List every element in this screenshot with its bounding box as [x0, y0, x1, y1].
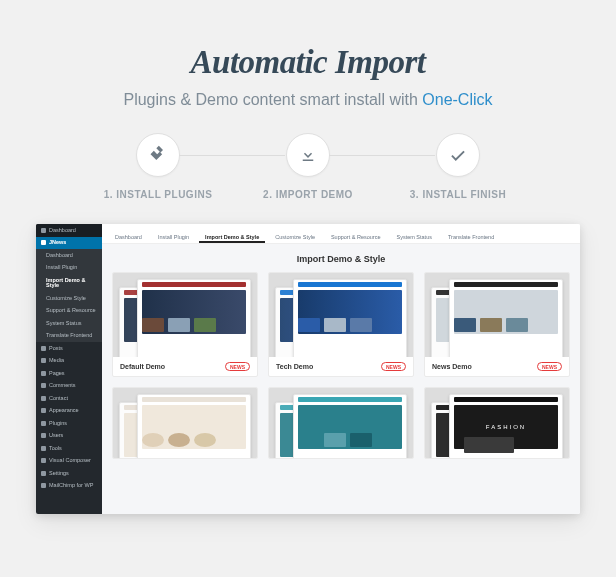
- demo-label: Tech Demo: [276, 363, 313, 370]
- plug-icon: [136, 133, 180, 177]
- wp-menu-item[interactable]: Comments: [36, 380, 102, 393]
- demo-card-food[interactable]: [112, 387, 258, 459]
- page-subtitle: Plugins & Demo content smart install wit…: [0, 91, 616, 109]
- admin-tab[interactable]: System Status: [390, 231, 437, 243]
- wp-sidebar: Dashboard JNews DashboardInstall PluginI…: [36, 224, 102, 514]
- demo-card-tech[interactable]: Tech DemoNEWS: [268, 272, 414, 377]
- step-label: 3. INSTALL FINISH: [410, 189, 506, 200]
- step-label: 1. INSTALL PLUGINS: [104, 189, 213, 200]
- download-icon: [286, 133, 330, 177]
- wp-sub-item[interactable]: Customize Style: [36, 292, 102, 305]
- admin-tabs: DashboardInstall PluginImport Demo & Sty…: [102, 224, 580, 244]
- wp-sub-item[interactable]: System Status: [36, 317, 102, 330]
- wp-menu-item[interactable]: Media: [36, 355, 102, 368]
- page-title: Automatic Import: [0, 44, 616, 81]
- wp-dashboard[interactable]: Dashboard: [36, 224, 102, 237]
- step-install-plugins: 1. INSTALL PLUGINS: [83, 133, 233, 200]
- install-steps: 1. INSTALL PLUGINS 2. IMPORT DEMO 3. INS…: [0, 133, 616, 200]
- admin-tab[interactable]: Install Plugin: [152, 231, 195, 243]
- admin-tab[interactable]: Support & Resource: [325, 231, 387, 243]
- check-icon: [436, 133, 480, 177]
- wp-menu-item[interactable]: MailChimp for WP: [36, 480, 102, 493]
- demo-label: News Demo: [432, 363, 472, 370]
- admin-panel-screenshot: Dashboard JNews DashboardInstall PluginI…: [36, 224, 580, 514]
- step-label: 2. IMPORT DEMO: [263, 189, 353, 200]
- wp-menu: PostsMediaPagesCommentsContactAppearance…: [36, 342, 102, 492]
- wp-menu-item[interactable]: Visual Composer: [36, 455, 102, 468]
- demo-card-fashion[interactable]: [424, 387, 570, 459]
- demo-card-travel[interactable]: [268, 387, 414, 459]
- subtitle-accent: One-Click: [422, 91, 492, 108]
- news-pill: NEWS: [225, 362, 250, 371]
- admin-tab[interactable]: Import Demo & Style: [199, 231, 265, 243]
- wp-menu-item[interactable]: Pages: [36, 367, 102, 380]
- subtitle-text: Plugins & Demo content smart install wit…: [123, 91, 422, 108]
- wp-menu-item[interactable]: Posts: [36, 342, 102, 355]
- wp-sub-item[interactable]: Translate Frontend: [36, 330, 102, 343]
- wp-menu-item[interactable]: Tools: [36, 442, 102, 455]
- wp-menu-item[interactable]: Plugins: [36, 417, 102, 430]
- wp-sub-item[interactable]: Dashboard: [36, 249, 102, 262]
- wp-menu-item[interactable]: Appearance: [36, 405, 102, 418]
- step-import-demo: 2. IMPORT DEMO: [233, 133, 383, 200]
- wp-sub-item[interactable]: Support & Resource: [36, 305, 102, 318]
- panel-title: Import Demo & Style: [102, 244, 580, 272]
- demo-card-default[interactable]: Default DemoNEWS: [112, 272, 258, 377]
- admin-tab[interactable]: Customize Style: [269, 231, 321, 243]
- demo-card-news[interactable]: News DemoNEWS: [424, 272, 570, 377]
- demo-label: Default Demo: [120, 363, 165, 370]
- wp-jnews[interactable]: JNews: [36, 237, 102, 250]
- step-install-finish: 3. INSTALL FINISH: [383, 133, 533, 200]
- admin-tab[interactable]: Dashboard: [109, 231, 148, 243]
- wp-menu-item[interactable]: Settings: [36, 467, 102, 480]
- news-pill: NEWS: [381, 362, 406, 371]
- admin-tab[interactable]: Translate Frontend: [442, 231, 500, 243]
- news-pill: NEWS: [537, 362, 562, 371]
- wp-sub-item[interactable]: Import Demo & Style: [36, 274, 102, 292]
- demo-grid: Default DemoNEWS Tech DemoNEWS News Demo…: [102, 272, 580, 459]
- wp-sub-item[interactable]: Install Plugin: [36, 262, 102, 275]
- wp-menu-item[interactable]: Users: [36, 430, 102, 443]
- wp-main: DashboardInstall PluginImport Demo & Sty…: [102, 224, 580, 514]
- wp-submenu: DashboardInstall PluginImport Demo & Sty…: [36, 249, 102, 342]
- wp-menu-item[interactable]: Contact: [36, 392, 102, 405]
